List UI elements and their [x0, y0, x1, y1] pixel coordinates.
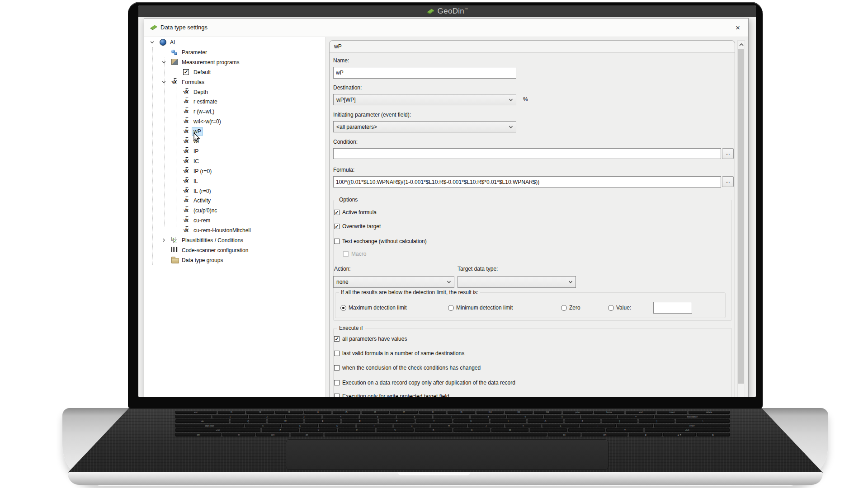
tree-item-wl[interactable]: √xwL: [144, 137, 325, 146]
params-icon: [171, 49, 179, 55]
condition-input[interactable]: [333, 148, 721, 159]
destination-select[interactable]: wP[WP]: [333, 94, 516, 105]
tree-item-depth[interactable]: √xDepth: [144, 88, 325, 97]
checkbox-active-formula[interactable]: ✓Active formula: [334, 209, 377, 216]
tree-item-plausibitlities-conditions[interactable]: ✓✓Plausibitlities / Conditions: [144, 236, 325, 245]
tree-expander-icon[interactable]: [161, 60, 167, 65]
checkbox-unchecked-icon[interactable]: [343, 251, 349, 257]
key-6: 6: [397, 415, 433, 418]
radio-minimum-detection-limit[interactable]: Minimum detection limit: [448, 304, 513, 311]
value-input[interactable]: [653, 302, 692, 314]
radio-zero[interactable]: Zero: [561, 304, 580, 311]
radio-value[interactable]: Value:: [608, 304, 631, 311]
checkbox-all-parameters-have-values[interactable]: ✓all parameters have values: [334, 335, 407, 343]
formula-icon: √x: [183, 138, 190, 144]
key-f10: f10: [476, 411, 504, 414]
radio-maximum-detection-limit[interactable]: Maximum detection limit: [340, 304, 407, 311]
tree-item-cu-rem-houstonmitchell[interactable]: √xcu-rem-HoustonMitchell: [144, 226, 325, 235]
formula-detail-panel: wP Name: Destination: wP[WP] % Initiatin…: [329, 40, 735, 397]
tree-expander-icon[interactable]: [161, 238, 167, 243]
tree-expander-icon[interactable]: [161, 80, 167, 85]
formula-input[interactable]: [333, 176, 721, 188]
checkbox-execution-only-for-write-protected-target-field[interactable]: Execution only for write protected targe…: [334, 393, 449, 397]
checkbox-unchecked-icon[interactable]: [334, 380, 340, 385]
key-d: D: [319, 424, 355, 427]
checkbox-macro[interactable]: Macro: [343, 250, 366, 258]
panel-header: wP: [330, 41, 735, 53]
tree-expander-icon[interactable]: [150, 40, 155, 45]
tree-item-ip-r-0[interactable]: √xIP (r=0): [144, 167, 325, 176]
checkbox-when-the-conclusion-of-the-check-conditions-has-changed[interactable]: when the conclusion of the check conditi…: [334, 364, 481, 371]
key-esc: esc: [175, 411, 217, 414]
key-8: 8: [471, 415, 506, 418]
scrollbar-thumb[interactable]: [738, 49, 744, 384]
tree-item-code-scanner-configuration[interactable]: Code-scanner configuration: [144, 246, 325, 255]
key-y: Y: [416, 419, 452, 423]
target-data-type-select[interactable]: [458, 276, 576, 288]
app-title-bar: GeoDin™: [138, 5, 756, 17]
checkbox-overwrite-target[interactable]: ✓Overwrite target: [334, 223, 381, 230]
radio-icon[interactable]: [448, 305, 454, 311]
checkbox-unchecked-icon[interactable]: [334, 394, 340, 397]
checkbox-execution-on-a-data-record-copy-only-after-duplication-of-the-data-record[interactable]: Execution on a data record copy only aft…: [334, 379, 515, 386]
checkbox-label: when the conclusion of the check conditi…: [342, 365, 481, 371]
key-item: [325, 433, 547, 436]
tree-item-al[interactable]: AL: [144, 38, 325, 47]
checkbox-unchecked-icon[interactable]: [334, 351, 340, 356]
tree-item-activity[interactable]: √xActivity: [144, 196, 325, 205]
checkbox-label: Execution on a data record copy only aft…: [342, 380, 515, 386]
tree-item-measurement-programs[interactable]: Measurement programs: [144, 58, 325, 67]
checkbox-checked-icon[interactable]: ✓: [334, 336, 340, 342]
key-l: L: [542, 424, 578, 427]
formula-icon: √x: [183, 207, 190, 213]
radio-icon[interactable]: [561, 305, 567, 311]
key-insert: insert: [657, 411, 687, 414]
formula-icon: √x: [183, 98, 190, 104]
key-tab: tab: [175, 419, 229, 423]
tree-item-parameter[interactable]: Parameter: [144, 48, 325, 57]
initiating-parameter-select[interactable]: <all parameters>: [333, 121, 516, 132]
tree-item-cu-rem[interactable]: √xcu-rem: [144, 216, 325, 225]
dialog-title-bar[interactable]: Data type settings ×: [144, 19, 748, 37]
tree-item-il-r-0[interactable]: √xIL (r=0): [144, 187, 325, 196]
tree-item-cu-p-0-nc[interactable]: √x(cu/p'0)nc: [144, 206, 325, 215]
tree-item-r-w-wl[interactable]: √xr (w=wL): [144, 107, 325, 116]
tree-item-il[interactable]: √xIL: [144, 177, 325, 186]
checkbox-label: last valid formula in a number of same d…: [342, 350, 464, 357]
key-alt: alt: [548, 433, 580, 436]
tree-item-ic[interactable]: √xIC: [144, 157, 325, 166]
checkbox-unchecked-icon[interactable]: [334, 239, 340, 244]
scrollbar-up-icon[interactable]: [738, 41, 745, 48]
key-end: end: [626, 411, 656, 414]
tree: ALParameterMeasurement programs✓Default√…: [144, 37, 326, 397]
radio-selected-icon[interactable]: [340, 305, 346, 311]
tree-item-wp[interactable]: √xwP: [144, 127, 325, 136]
tree-item-ip[interactable]: √xIP: [144, 147, 325, 156]
laptop-scene: escf1f2f3f4f5f6f7f8f9f10f11f12prtschomee…: [0, 0, 868, 488]
checkbox-checked-icon[interactable]: ✓: [334, 224, 340, 229]
tree-item-w4-w-r-0[interactable]: √xw4<-w(r=0): [144, 117, 325, 126]
lid-notch: [398, 472, 470, 475]
close-icon[interactable]: ×: [731, 22, 745, 33]
panel-scrollbar[interactable]: [737, 40, 745, 397]
tree-item-default[interactable]: ✓Default: [144, 68, 325, 77]
tree-item-data-type-groups[interactable]: Data type groups: [144, 256, 325, 265]
condition-browse-button[interactable]: ...: [722, 148, 734, 159]
key-e: E: [305, 419, 340, 423]
key-w: W: [268, 419, 303, 423]
formula-browse-button[interactable]: ...: [722, 176, 734, 187]
checkbox-text-exchange-without-calculation[interactable]: Text exchange (without calculation): [334, 238, 427, 245]
checkbox-unchecked-icon[interactable]: [334, 365, 340, 371]
name-input[interactable]: [333, 67, 516, 79]
touchpad: [286, 439, 609, 470]
checkbox-checked-icon[interactable]: ✓: [334, 210, 340, 215]
action-select[interactable]: none: [333, 276, 454, 288]
tree-item-formulas[interactable]: √xFormulas: [144, 78, 325, 87]
radio-icon[interactable]: [608, 305, 614, 311]
key-f6: f6: [362, 411, 389, 414]
checkbox-last-valid-formula-in-a-number-of-same-destinations[interactable]: last valid formula in a number of same d…: [334, 350, 464, 357]
screen: GeoDin™ Data type settings × ALParameter…: [138, 5, 756, 397]
key-item: .: [568, 428, 605, 432]
keyboard-row: `1234567890-=backspace: [175, 415, 730, 418]
tree-item-r-estimate[interactable]: √xr estimate: [144, 97, 325, 106]
